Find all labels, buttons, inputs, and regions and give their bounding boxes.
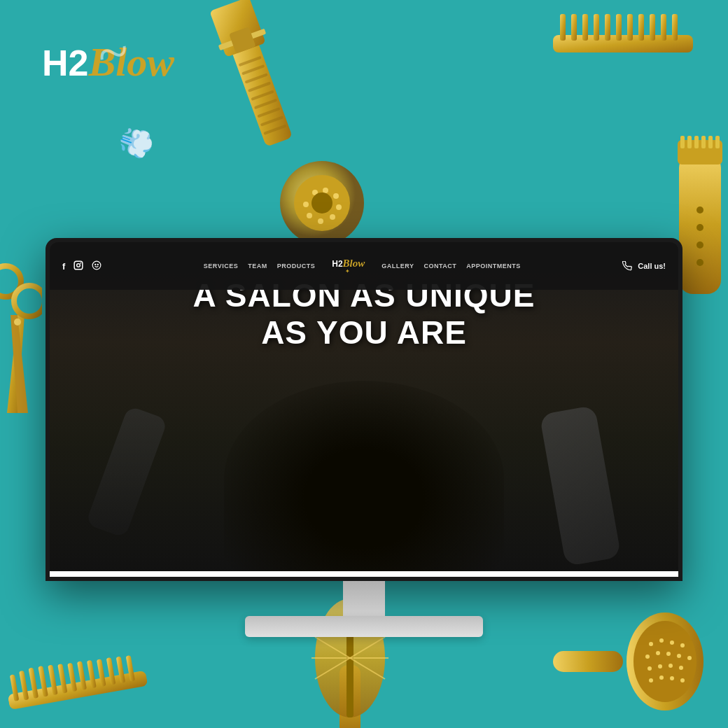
svg-point-26 (14, 286, 42, 316)
svg-point-86 (323, 188, 328, 193)
svg-point-47 (645, 654, 650, 659)
svg-point-91 (307, 213, 312, 218)
center-logo-h2: H2Blow (332, 258, 365, 269)
svg-point-87 (333, 193, 339, 199)
instagram-icon[interactable] (74, 260, 83, 272)
svg-point-99 (95, 264, 96, 265)
svg-point-48 (656, 651, 660, 655)
monitor-base (245, 616, 483, 637)
svg-rect-6 (616, 14, 622, 41)
svg-rect-7 (627, 14, 633, 41)
svg-point-53 (658, 664, 662, 668)
site-header: f (50, 242, 678, 290)
svg-rect-2 (571, 14, 577, 41)
svg-rect-35 (715, 136, 720, 148)
svg-point-37 (696, 224, 704, 231)
svg-rect-10 (661, 14, 666, 41)
svg-point-56 (649, 678, 653, 682)
nav-gallery[interactable]: GALLERY (382, 262, 414, 270)
svg-rect-69 (8, 671, 148, 710)
scissors-left-decoration (0, 245, 42, 427)
svg-rect-8 (638, 14, 644, 41)
phone-icon (622, 261, 632, 271)
svg-rect-4 (594, 14, 599, 41)
svg-rect-31 (687, 136, 692, 148)
svg-point-55 (679, 666, 683, 670)
svg-rect-11 (672, 14, 678, 41)
svg-rect-32 (694, 136, 699, 148)
nav-services[interactable]: SERVICES (204, 262, 238, 270)
monitor-screen: f (50, 242, 678, 577)
svg-point-39 (696, 259, 704, 266)
svg-point-98 (93, 261, 102, 270)
svg-point-57 (659, 676, 664, 680)
svg-rect-3 (582, 14, 588, 41)
svg-point-51 (687, 656, 692, 660)
svg-rect-33 (701, 136, 706, 148)
gold-hair-brush-center-decoration (266, 154, 378, 252)
svg-point-36 (696, 206, 704, 214)
svg-point-90 (318, 218, 323, 224)
comb-top-right-decoration (553, 14, 693, 77)
monitor-wrapper: f (46, 238, 682, 651)
svg-point-88 (336, 204, 342, 210)
hero-line2: AS YOU ARE (50, 314, 678, 351)
svg-point-59 (680, 678, 685, 682)
site-center-logo: H2Blow ✦ (325, 258, 372, 274)
svg-point-97 (80, 262, 82, 264)
site-header-right: Call us! (622, 261, 666, 271)
smiley-icon[interactable] (92, 260, 102, 272)
svg-point-93 (312, 192, 332, 214)
svg-rect-40 (553, 651, 623, 672)
nav-team[interactable]: TEAM (248, 262, 267, 270)
svg-point-52 (648, 666, 652, 671)
nav-appointments[interactable]: APPOINTMENTS (466, 262, 521, 270)
svg-point-54 (668, 664, 673, 668)
center-logo-blow: Blow (343, 258, 365, 269)
svg-point-92 (303, 202, 309, 207)
svg-point-100 (98, 264, 99, 265)
monitor-neck (343, 581, 385, 616)
center-logo-tagline: ✦ (332, 269, 365, 274)
svg-rect-30 (680, 136, 685, 148)
svg-point-96 (77, 264, 80, 267)
brand-h2: H2 (42, 43, 88, 83)
site-social-icons: f (62, 260, 102, 272)
monitor-bezel: f (46, 238, 682, 581)
svg-rect-95 (75, 261, 83, 270)
nav-contact[interactable]: CONTACT (424, 262, 456, 270)
svg-rect-12 (230, 38, 293, 147)
facebook-icon[interactable]: f (62, 261, 65, 272)
svg-point-58 (670, 676, 674, 680)
svg-point-89 (330, 214, 335, 220)
svg-point-38 (696, 241, 704, 248)
nav-products[interactable]: PRODUCTS (277, 262, 316, 270)
svg-rect-5 (605, 14, 610, 41)
svg-point-50 (677, 654, 681, 658)
site-navigation: SERVICES TEAM PRODUCTS H2Blow ✦ GALLERY … (102, 258, 622, 274)
call-us-label[interactable]: Call us! (638, 262, 666, 270)
progress-bar (50, 571, 678, 577)
svg-point-49 (666, 652, 671, 656)
svg-point-27 (14, 318, 21, 326)
svg-rect-1 (560, 14, 566, 41)
svg-rect-34 (708, 136, 713, 148)
svg-rect-9 (650, 14, 655, 41)
